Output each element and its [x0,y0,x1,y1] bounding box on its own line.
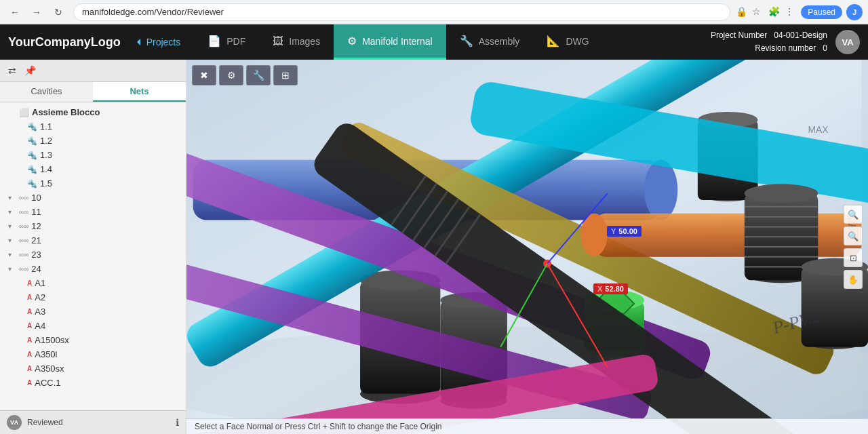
tree-item-a4[interactable]: A A4 [0,319,186,333]
fit-view-button[interactable]: ⊡ [844,248,863,267]
x-value: 52.80 [605,285,624,293]
tree-item-a2[interactable]: A A2 [0,290,186,304]
back-nav-button[interactable]: ← [5,3,24,22]
3d-scene-svg: P-PV.2 P-PV.1 AIR MAX [186,60,868,434]
back-arrow-icon [134,37,144,47]
tab-assembly-label: Assembly [479,36,520,47]
sidebar: ⇄ 📌 Cavities Nets ⬜ Assieme Blocco 🔩 [0,60,186,434]
svg-point-9 [644,160,677,220]
tab-manifold-internal[interactable]: ⚙ Manifold Internal [334,24,446,60]
manifold-icon: ⚙ [347,35,357,47]
toolbar-swap-button[interactable]: ⇄ [5,64,19,77]
extension-icon[interactable]: 🧩 [768,6,781,18]
zoom-out-button[interactable]: 🔍 [844,226,863,245]
viewport-status-bar: Select a Face Normal or Press Ctrl + Shi… [186,418,868,434]
tree-item-root-label: Assieme Blocco [32,107,100,117]
tree-item-a1500sx[interactable]: A A1500sx [0,333,186,347]
revision-value: 0 [823,43,827,53]
user-avatar[interactable]: VA [835,30,860,54]
tree-item-root[interactable]: ⬜ Assieme Blocco [0,105,186,119]
tab-assembly[interactable]: 🔧 Assembly [446,24,534,60]
tab-manifold-label: Manifold Internal [362,36,433,47]
tree-container[interactable]: ⬜ Assieme Blocco 🔩 1.1 🔩 1.2 🔩 [0,102,186,410]
toolbar-pin-button[interactable]: 📌 [22,64,39,77]
menu-icon[interactable]: ⋮ [785,6,797,18]
tab-dwg[interactable]: 📐 DWG [533,24,602,60]
pan-button[interactable]: ✋ [844,270,863,289]
measurement-y-label: Y 50.00 [607,226,642,237]
logo-text-your: YourCompany [8,35,91,49]
tree-item-acc1[interactable]: A ACC.1 [0,376,186,390]
tree-item-1-5[interactable]: 🔩 1.5 [0,176,186,191]
project-number-label: Project Number [711,31,767,40]
tree-item-24[interactable]: ▾ ∞∞ 24 [0,262,186,276]
content-area: ⇄ 📌 Cavities Nets ⬜ Assieme Blocco 🔩 [0,60,868,434]
svg-point-26 [745,184,818,203]
project-number-value: 04-001-Design [774,31,827,40]
assembly-icon: 🔧 [460,35,473,47]
status-text: Select a Face Normal or Press Ctrl + Shi… [195,422,442,431]
measurement-x-label: X 52.80 [593,283,628,294]
company-logo: YourCompanyLogo [8,35,121,50]
part-icon: 🔩 [27,122,37,132]
tree-item-1-3[interactable]: 🔩 1.3 [0,148,186,162]
viewport-toolbar: ✖ ⚙ 🔧 ⊞ [192,65,298,85]
pdf-icon: 📄 [208,35,221,47]
tab-dwg-label: DWG [566,36,589,47]
revision-row: Revision number 0 [711,42,827,55]
viewport-grid-button[interactable]: ⊞ [273,65,298,85]
right-toolbar: 🔍 🔍 ⊡ ✋ [844,205,863,289]
sidebar-footer: VA Reviewed ℹ [0,410,186,434]
tab-pdf-label: PDF [226,36,245,47]
back-to-projects-button[interactable]: Projects [134,37,181,47]
tab-pdf[interactable]: 📄 PDF [194,24,259,60]
revision-label: Revision number [755,43,816,53]
viewport-settings-button[interactable]: ⚙ [219,65,243,85]
tree-item-12[interactable]: ▾ ∞∞ 12 [0,219,186,233]
y-value: 50.00 [618,227,637,235]
star-icon[interactable]: ☆ [752,6,764,18]
tab-cavities[interactable]: Cavities [0,82,93,102]
label-1-1: 1.1 [40,121,52,132]
viewport-deselect-button[interactable]: ✖ [192,65,216,85]
tree-item-a1[interactable]: A A1 [0,276,186,290]
tree-item-a350sx[interactable]: A A350sx [0,361,186,376]
app-container: YourCompanyLogo Projects 📄 PDF 🖼 Images … [0,24,868,434]
tree-item-21[interactable]: ▾ ∞∞ 21 [0,233,186,248]
refresh-button[interactable]: ↻ [49,3,68,22]
tree-item-10[interactable]: ▾ ∞∞ 10 [0,191,186,205]
3d-viewport[interactable]: P-PV.2 P-PV.1 AIR MAX ✖ ⚙ 🔧 ⊞ Y 50.00 [186,60,868,434]
svg-text:MAX: MAX [808,125,829,135]
tree-item-1-2[interactable]: 🔩 1.2 [0,134,186,148]
paused-label: Paused [808,7,835,17]
tree-item-23[interactable]: ▾ ∞∞ 23 [0,248,186,262]
paused-button[interactable]: Paused [801,5,842,19]
info-button[interactable]: ℹ [176,417,179,428]
x-axis-label: X [597,285,602,293]
tab-navigation: 📄 PDF 🖼 Images ⚙ Manifold Internal 🔧 Ass… [194,24,711,60]
tree-item-11[interactable]: ▾ ∞∞ 11 [0,205,186,219]
browser-user-avatar[interactable]: J [846,4,863,20]
address-bar[interactable] [73,3,730,21]
tree-item-a3[interactable]: A A3 [0,304,186,319]
tree-item-1-4[interactable]: 🔩 1.4 [0,162,186,176]
tree-item-1-1[interactable]: 🔩 1.1 [0,119,186,134]
tab-images[interactable]: 🖼 Images [259,24,334,60]
topbar: YourCompanyLogo Projects 📄 PDF 🖼 Images … [0,24,868,60]
viewport-tools-button[interactable]: 🔧 [246,65,271,85]
logo-text-logo: Logo [91,35,121,49]
tab-nets[interactable]: Nets [93,82,186,102]
zoom-in-button[interactable]: 🔍 [844,205,863,224]
browser-actions: 🔒 ☆ 🧩 ⋮ Paused J [736,4,863,20]
tab-images-label: Images [289,36,320,47]
project-number-row: Project Number 04-001-Design [711,29,827,42]
forward-nav-button[interactable]: → [27,3,46,22]
dwg-icon: 📐 [547,35,560,47]
browser-chrome: ← → ↻ 🔒 ☆ 🧩 ⋮ Paused J [0,0,868,24]
sidebar-tabs-row: Cavities Nets [0,82,186,102]
tree-item-a350l[interactable]: A A350l [0,347,186,361]
root-icon: ⬜ [19,108,29,117]
project-info: Project Number 04-001-Design Revision nu… [711,29,827,55]
nav-buttons: ← → ↻ [5,3,68,22]
footer-user-avatar: VA [7,415,22,430]
